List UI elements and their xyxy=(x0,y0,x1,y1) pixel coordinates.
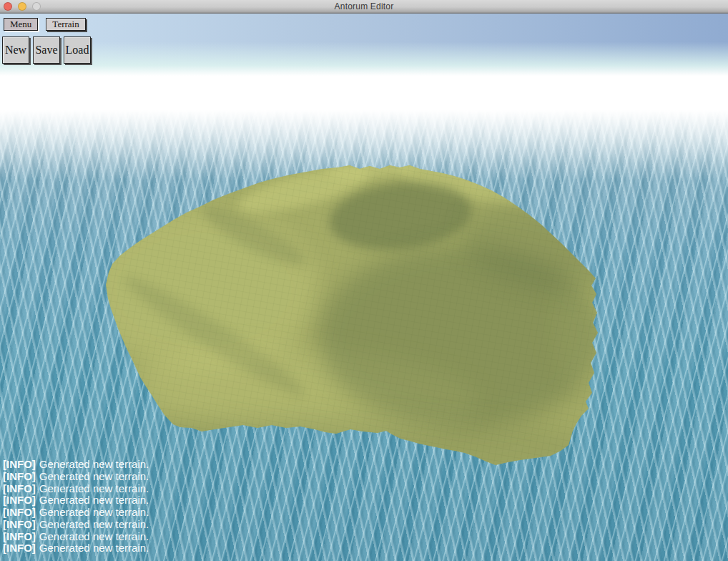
log-message: Generated new terrain. xyxy=(39,470,149,482)
log-level: [INFO] xyxy=(3,506,36,518)
antorum-editor-window: { "window": { "title": "Antorum Editor",… xyxy=(0,0,728,561)
log-level: [INFO] xyxy=(3,518,36,530)
log-line: [INFO]Generated new terrain. xyxy=(3,507,149,519)
log-message: Generated new terrain. xyxy=(39,542,149,554)
log-line: [INFO]Generated new terrain. xyxy=(3,519,149,531)
log-line: [INFO]Generated new terrain. xyxy=(3,459,149,471)
editor-menubar: Menu Terrain xyxy=(4,18,86,31)
new-button[interactable]: New xyxy=(2,36,29,64)
island-shading xyxy=(89,152,629,479)
log-level: [INFO] xyxy=(3,530,36,542)
log-message: Generated new terrain. xyxy=(39,482,149,494)
log-level: [INFO] xyxy=(3,458,36,470)
zoom-button[interactable] xyxy=(32,2,41,11)
log-line: [INFO]Generated new terrain. xyxy=(3,471,149,483)
log-line: [INFO]Generated new terrain. xyxy=(3,483,149,495)
terrain-button[interactable]: Terrain xyxy=(46,18,85,31)
log-message: Generated new terrain. xyxy=(39,494,149,506)
log-message: Generated new terrain. xyxy=(39,518,149,530)
log-level: [INFO] xyxy=(3,482,36,494)
log-level: [INFO] xyxy=(3,494,36,506)
log-message: Generated new terrain. xyxy=(39,530,149,542)
window-title: Antorum Editor xyxy=(335,1,394,11)
menu-button[interactable]: Menu xyxy=(4,18,38,31)
log-level: [INFO] xyxy=(3,542,36,554)
close-button[interactable] xyxy=(4,2,12,11)
log-line: [INFO]Generated new terrain. xyxy=(3,494,149,507)
log-message: Generated new terrain. xyxy=(39,506,149,518)
file-toolbar: New Save Load xyxy=(2,36,91,64)
log-line: [INFO]Generated new terrain. xyxy=(3,531,149,543)
load-button[interactable]: Load xyxy=(64,36,91,64)
log-line: [INFO]Generated new terrain. xyxy=(3,542,149,555)
minimize-button[interactable] xyxy=(18,2,26,11)
save-button[interactable]: Save xyxy=(33,36,60,64)
log-console: [INFO]Generated new terrain. [INFO]Gener… xyxy=(3,459,149,555)
log-level: [INFO] xyxy=(3,470,36,482)
window-titlebar[interactable]: Antorum Editor xyxy=(0,0,728,14)
log-message: Generated new terrain. xyxy=(39,458,149,470)
traffic-lights xyxy=(4,2,41,11)
